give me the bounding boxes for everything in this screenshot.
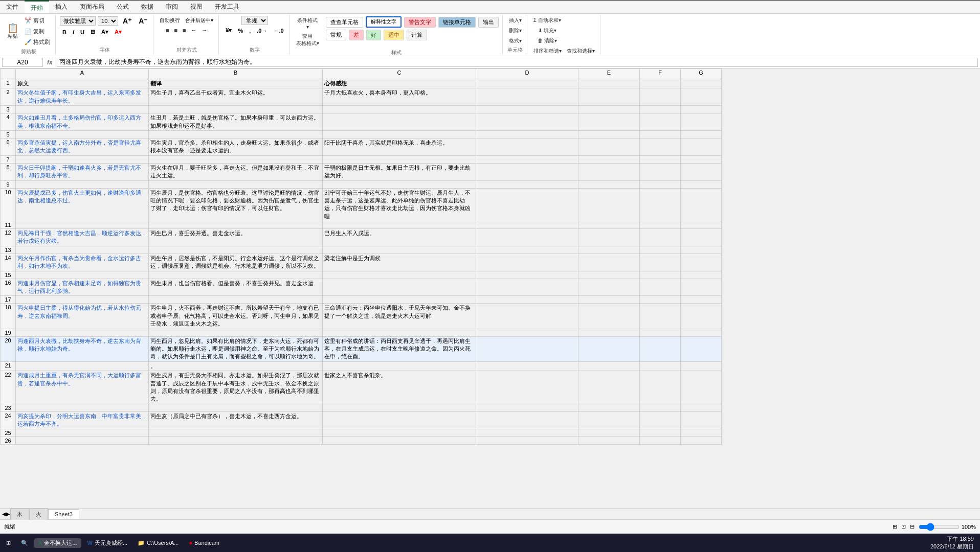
cell-c2[interactable]: 子月大抵喜欢火，喜本身有印，更入印格。	[323, 88, 476, 106]
cell-b9[interactable]	[149, 180, 323, 188]
cell-d19[interactable]	[476, 329, 578, 336]
zoom-range[interactable]	[919, 523, 960, 531]
cell-a25[interactable]	[16, 429, 149, 436]
cell-f10[interactable]	[640, 188, 681, 221]
cell-g15[interactable]	[681, 271, 722, 279]
align-top-right[interactable]: ≡	[181, 26, 188, 34]
cell-b17[interactable]	[149, 296, 323, 304]
cell-f15[interactable]	[640, 271, 681, 279]
align-top-center[interactable]: ≡	[172, 26, 180, 34]
conditional-format-button[interactable]: 条件格式▾	[294, 16, 321, 31]
cut-button[interactable]: ✂️ 剪切	[23, 16, 52, 26]
cell-d7[interactable]	[476, 155, 578, 163]
cell-e15[interactable]	[578, 271, 640, 279]
find-select-button[interactable]: 查找和选择▾	[565, 47, 597, 56]
cell-d16[interactable]	[476, 279, 578, 296]
sheet-tab-mu[interactable]: 木	[10, 509, 29, 520]
sheet-tab-huo[interactable]: 火	[29, 509, 48, 520]
cell-f26[interactable]	[640, 436, 681, 444]
cell-f14[interactable]	[640, 254, 681, 271]
cell-c17[interactable]	[323, 296, 476, 304]
font-name-select[interactable]: 微软雅黑	[60, 16, 96, 26]
clear-button[interactable]: 🗑 清除▾	[536, 36, 559, 45]
cell-c6[interactable]: 阳干比阴干喜杀，其实就是印格无杀，喜走杀运。	[323, 138, 476, 155]
cell-e1[interactable]	[578, 79, 640, 88]
cell-a2[interactable]: 丙火冬生值子纲，有印生身大吉昌，运入东南多发达，逆行难保寿年长。	[16, 88, 149, 106]
cell-e19[interactable]	[578, 329, 640, 336]
cell-f19[interactable]	[640, 329, 681, 336]
cell-c8[interactable]: 干弱的极限是日主无根。如果日主无根，有正印，要走比劫运为好。	[323, 163, 476, 180]
cell-g24[interactable]	[681, 411, 722, 429]
cell-f18[interactable]	[640, 304, 681, 329]
taskbar-excel-item[interactable]: X 金不换大运...	[34, 538, 81, 548]
cell-a8[interactable]: 丙火日干卯提纲，干弱如逢喜火乡，若是无官尤不利，却行身旺亦平常。	[16, 163, 149, 180]
cell-f25[interactable]	[640, 429, 681, 436]
cell-f2[interactable]	[640, 88, 681, 106]
cell-f16[interactable]	[640, 279, 681, 296]
cell-e17[interactable]	[578, 296, 640, 304]
cell-e16[interactable]	[578, 279, 640, 296]
cell-g11[interactable]	[681, 221, 722, 229]
cell-a3[interactable]	[16, 106, 149, 113]
cell-a26[interactable]	[16, 436, 149, 444]
cell-d12[interactable]	[476, 229, 578, 246]
cell-d11[interactable]	[476, 221, 578, 229]
cell-b1[interactable]: 翻译	[149, 79, 323, 88]
cell-b21[interactable]: 。	[149, 361, 323, 371]
cell-e21[interactable]	[578, 361, 640, 371]
cell-a6[interactable]: 丙多官杀值寅提，运入南方分外奇，否是官轻尤喜北，总然大运要行西。	[16, 138, 149, 155]
cell-a13[interactable]	[16, 246, 149, 254]
cell-d18[interactable]	[476, 304, 578, 329]
table-format-button[interactable]: 套用 表格格式▾	[294, 32, 321, 48]
sheet-tab-sheet3[interactable]: Sheet3	[48, 509, 79, 519]
merge-center-button[interactable]: 合并后居中▾	[183, 16, 215, 25]
cell-e10[interactable]	[578, 188, 640, 221]
cell-a23[interactable]	[16, 404, 149, 411]
cell-g5[interactable]	[681, 130, 722, 138]
normal-view-button[interactable]: ⊞	[893, 523, 897, 530]
taskbar-word-item[interactable]: W 天元炎威经...	[83, 538, 132, 548]
cell-f6[interactable]	[640, 138, 681, 155]
cell-f12[interactable]	[640, 229, 681, 246]
cell-b18[interactable]: 丙生申月，火不西养，再走财运不吉。所以希望天干有辛，地支有已或者申子辰、化气格高…	[149, 304, 323, 329]
cell-g9[interactable]	[681, 180, 722, 188]
cell-f20[interactable]	[640, 336, 681, 361]
auto-wrap-button[interactable]: 自动换行	[158, 16, 182, 25]
cell-e14[interactable]	[578, 254, 640, 271]
cell-d13[interactable]	[476, 246, 578, 254]
bold-button[interactable]: B	[60, 28, 69, 36]
cell-e25[interactable]	[578, 429, 640, 436]
delete-cells-button[interactable]: 删除▾	[507, 26, 524, 35]
italic-button[interactable]: I	[70, 28, 77, 36]
font-size-select[interactable]: 10.5	[98, 16, 118, 26]
cell-d6[interactable]	[476, 138, 578, 155]
layout-view-button[interactable]: ⊡	[901, 523, 906, 530]
tab-review[interactable]: 审阅	[160, 1, 184, 13]
cell-g1[interactable]	[681, 79, 722, 88]
tab-data[interactable]: 数据	[135, 1, 160, 13]
indent-increase[interactable]: →	[199, 26, 209, 34]
style-bad2[interactable]: 差	[349, 30, 364, 40]
cell-a14[interactable]: 丙火午月作伤官，有杀当为贵命看，金水运行多吉利，如行木地不为欢。	[16, 254, 149, 271]
cell-g8[interactable]	[681, 163, 722, 180]
style-good[interactable]: 好	[366, 30, 381, 40]
comma-button[interactable]: ,	[247, 27, 253, 35]
formula-input[interactable]	[57, 58, 978, 67]
cell-c19[interactable]	[323, 329, 476, 336]
start-button[interactable]: ⊞	[2, 539, 15, 547]
number-format-select[interactable]: 常规	[241, 16, 268, 25]
cell-b20[interactable]: 丙生酉月，忽见比肩。如果有比肩的情况下，走东南火运，死都有可能的。如果顺行走水运…	[149, 336, 323, 361]
underline-button[interactable]: U	[78, 28, 87, 36]
cell-e4[interactable]	[578, 113, 640, 131]
cell-c26[interactable]	[323, 436, 476, 444]
cell-f23[interactable]	[640, 404, 681, 411]
style-normal[interactable]: 查查单元格	[326, 17, 363, 28]
cell-a22[interactable]: 丙逢成月土重重，有杀无官润不同，大运顺行多富贵，若逢官杀亦中中。	[16, 371, 149, 404]
sheet-scroll-right[interactable]: ▶	[6, 511, 10, 517]
cell-c7[interactable]	[323, 155, 476, 163]
cell-e8[interactable]	[578, 163, 640, 180]
col-f-header[interactable]: F	[640, 69, 681, 79]
cell-a19[interactable]	[16, 329, 149, 336]
cell-b24[interactable]: 丙生亥（原局之中已有官杀），喜走木运，不喜走西方金运。	[149, 411, 323, 429]
cell-g20[interactable]	[681, 336, 722, 361]
